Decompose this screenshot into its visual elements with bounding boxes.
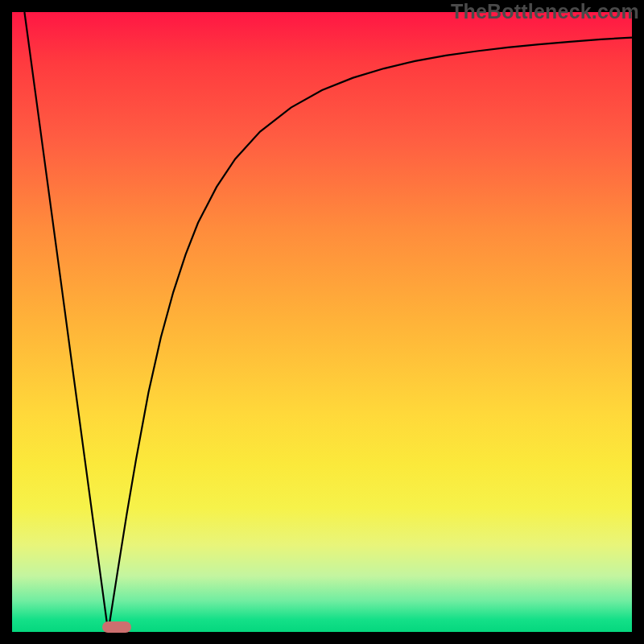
optimal-range-marker: [102, 621, 130, 633]
curve-layer: [12, 12, 632, 632]
watermark-text: TheBottleneck.com: [451, 0, 639, 23]
bottleneck-curve: [24, 12, 632, 632]
